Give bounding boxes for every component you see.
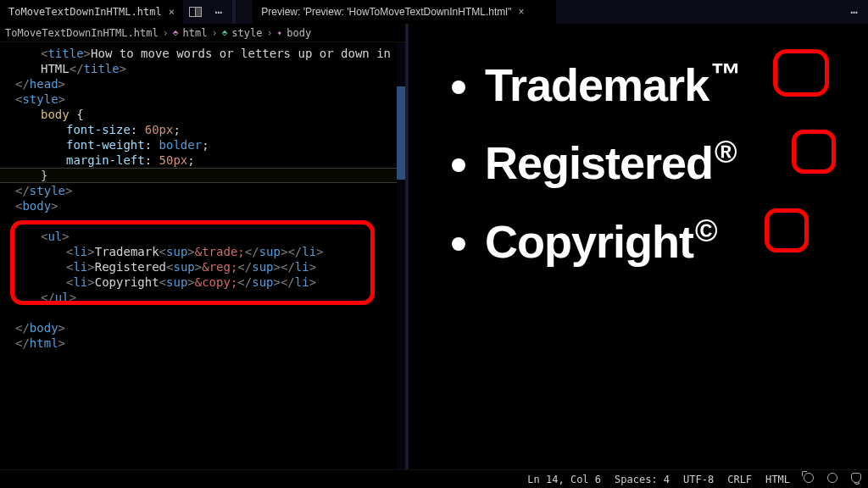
- chevron-right-icon: ›: [266, 27, 272, 39]
- list-item: Trademark™: [485, 58, 868, 110]
- symbol-icon: ✦: [277, 27, 283, 38]
- code-editor[interactable]: <title>How to move words or letters up o…: [0, 42, 405, 469]
- status-encoding[interactable]: UTF-8: [676, 474, 721, 485]
- breadcrumb-seg: html: [182, 27, 207, 39]
- tab-preview[interactable]: Preview: 'Preview: 'HowToMoveTextDownInH…: [253, 0, 556, 24]
- tab-editor[interactable]: ToMoveTextDownInHTML.html ×: [0, 0, 183, 24]
- more-icon[interactable]: ⋯: [207, 5, 232, 19]
- split-editor-icon[interactable]: [188, 5, 202, 19]
- breadcrumb[interactable]: ToMoveTextDownInHTML.html › ⬘ html › ⬘ s…: [0, 24, 405, 42]
- chevron-right-icon: ›: [211, 27, 217, 39]
- go-live-icon[interactable]: [797, 473, 821, 485]
- breadcrumb-seg: style: [231, 27, 262, 39]
- minimap[interactable]: [397, 42, 405, 469]
- status-spaces[interactable]: Spaces: 4: [608, 474, 676, 485]
- list-item: Copyright©: [485, 214, 868, 267]
- list-item: Registered®: [485, 136, 868, 188]
- tab-editor-label: ToMoveTextDownInHTML.html: [8, 6, 162, 18]
- breadcrumb-seg: body: [287, 27, 311, 39]
- minimap-thumb[interactable]: [397, 86, 405, 180]
- sup-mark: ™: [710, 57, 740, 92]
- status-eol[interactable]: CRLF: [721, 474, 759, 485]
- feedback-icon[interactable]: [821, 473, 844, 485]
- main-area: ToMoveTextDownInHTML.html › ⬘ html › ⬘ s…: [0, 24, 868, 469]
- code-editor-pane: ToMoveTextDownInHTML.html › ⬘ html › ⬘ s…: [0, 24, 405, 469]
- more-icon[interactable]: ⋯: [843, 5, 868, 19]
- tab-preview-label: Preview: 'Preview: 'HowToMoveTextDownInH…: [261, 6, 511, 18]
- close-icon[interactable]: ×: [519, 6, 525, 18]
- close-icon[interactable]: ×: [169, 6, 175, 18]
- title-text: How to move words or letters up or down …: [91, 47, 391, 60]
- status-ln-col[interactable]: Ln 14, Col 6: [520, 474, 608, 485]
- symbol-icon: ⬘: [173, 27, 179, 38]
- symbol-icon: ⬘: [222, 27, 228, 38]
- app-window: ToMoveTextDownInHTML.html × ⋯ Preview: '…: [0, 0, 868, 488]
- status-language[interactable]: HTML: [759, 474, 797, 485]
- sup-mark: ©: [695, 214, 717, 248]
- preview-list: Trademark™ Registered® Copyright©: [442, 58, 868, 267]
- sup-mark: ®: [715, 135, 737, 169]
- breadcrumb-file: ToMoveTextDownInHTML.html: [5, 27, 159, 39]
- chevron-right-icon: ›: [163, 27, 169, 39]
- bell-icon[interactable]: [844, 473, 868, 485]
- preview-pane: Trademark™ Registered® Copyright©: [409, 24, 868, 469]
- tab-bar: ToMoveTextDownInHTML.html × ⋯ Preview: '…: [0, 0, 868, 24]
- selector: body: [41, 108, 70, 121]
- cursor-line-highlight: [0, 168, 405, 183]
- status-bar: Ln 14, Col 6 Spaces: 4 UTF-8 CRLF HTML: [0, 469, 868, 488]
